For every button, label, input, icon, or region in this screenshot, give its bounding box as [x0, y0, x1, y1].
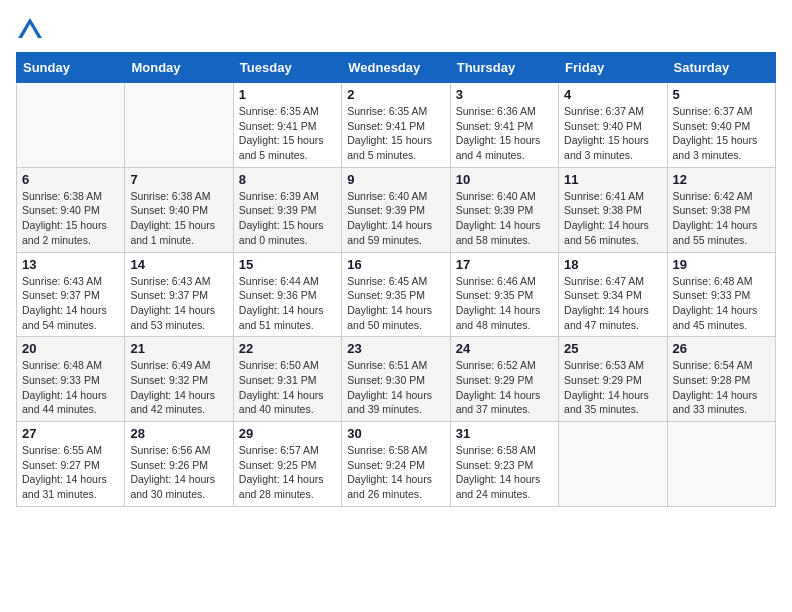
calendar-cell: 18Sunrise: 6:47 AM Sunset: 9:34 PM Dayli…	[559, 252, 667, 337]
day-number: 12	[673, 172, 770, 187]
calendar-cell: 7Sunrise: 6:38 AM Sunset: 9:40 PM Daylig…	[125, 167, 233, 252]
calendar-cell: 3Sunrise: 6:36 AM Sunset: 9:41 PM Daylig…	[450, 83, 558, 168]
calendar-cell: 1Sunrise: 6:35 AM Sunset: 9:41 PM Daylig…	[233, 83, 341, 168]
weekday-header: Thursday	[450, 53, 558, 83]
calendar-cell: 25Sunrise: 6:53 AM Sunset: 9:29 PM Dayli…	[559, 337, 667, 422]
day-number: 24	[456, 341, 553, 356]
day-number: 5	[673, 87, 770, 102]
day-number: 13	[22, 257, 119, 272]
calendar-cell: 20Sunrise: 6:48 AM Sunset: 9:33 PM Dayli…	[17, 337, 125, 422]
day-info: Sunrise: 6:58 AM Sunset: 9:24 PM Dayligh…	[347, 443, 444, 502]
calendar-week-row: 20Sunrise: 6:48 AM Sunset: 9:33 PM Dayli…	[17, 337, 776, 422]
calendar-cell: 31Sunrise: 6:58 AM Sunset: 9:23 PM Dayli…	[450, 422, 558, 507]
calendar-cell: 15Sunrise: 6:44 AM Sunset: 9:36 PM Dayli…	[233, 252, 341, 337]
day-number: 21	[130, 341, 227, 356]
weekday-header: Monday	[125, 53, 233, 83]
day-number: 22	[239, 341, 336, 356]
day-number: 16	[347, 257, 444, 272]
calendar-cell: 17Sunrise: 6:46 AM Sunset: 9:35 PM Dayli…	[450, 252, 558, 337]
calendar-week-row: 6Sunrise: 6:38 AM Sunset: 9:40 PM Daylig…	[17, 167, 776, 252]
day-info: Sunrise: 6:42 AM Sunset: 9:38 PM Dayligh…	[673, 189, 770, 248]
day-number: 25	[564, 341, 661, 356]
calendar-cell	[125, 83, 233, 168]
day-info: Sunrise: 6:49 AM Sunset: 9:32 PM Dayligh…	[130, 358, 227, 417]
calendar-cell: 5Sunrise: 6:37 AM Sunset: 9:40 PM Daylig…	[667, 83, 775, 168]
calendar-cell: 14Sunrise: 6:43 AM Sunset: 9:37 PM Dayli…	[125, 252, 233, 337]
calendar-cell: 19Sunrise: 6:48 AM Sunset: 9:33 PM Dayli…	[667, 252, 775, 337]
day-info: Sunrise: 6:54 AM Sunset: 9:28 PM Dayligh…	[673, 358, 770, 417]
calendar-cell: 4Sunrise: 6:37 AM Sunset: 9:40 PM Daylig…	[559, 83, 667, 168]
day-info: Sunrise: 6:40 AM Sunset: 9:39 PM Dayligh…	[347, 189, 444, 248]
calendar-cell: 22Sunrise: 6:50 AM Sunset: 9:31 PM Dayli…	[233, 337, 341, 422]
day-number: 11	[564, 172, 661, 187]
calendar-cell: 28Sunrise: 6:56 AM Sunset: 9:26 PM Dayli…	[125, 422, 233, 507]
calendar-cell: 29Sunrise: 6:57 AM Sunset: 9:25 PM Dayli…	[233, 422, 341, 507]
day-number: 18	[564, 257, 661, 272]
day-info: Sunrise: 6:52 AM Sunset: 9:29 PM Dayligh…	[456, 358, 553, 417]
calendar-cell: 2Sunrise: 6:35 AM Sunset: 9:41 PM Daylig…	[342, 83, 450, 168]
day-number: 1	[239, 87, 336, 102]
day-number: 27	[22, 426, 119, 441]
logo-icon	[16, 16, 44, 44]
day-number: 17	[456, 257, 553, 272]
calendar-cell	[17, 83, 125, 168]
day-number: 14	[130, 257, 227, 272]
calendar-cell: 27Sunrise: 6:55 AM Sunset: 9:27 PM Dayli…	[17, 422, 125, 507]
logo	[16, 16, 48, 44]
calendar-cell: 16Sunrise: 6:45 AM Sunset: 9:35 PM Dayli…	[342, 252, 450, 337]
day-info: Sunrise: 6:36 AM Sunset: 9:41 PM Dayligh…	[456, 104, 553, 163]
day-info: Sunrise: 6:40 AM Sunset: 9:39 PM Dayligh…	[456, 189, 553, 248]
day-number: 8	[239, 172, 336, 187]
day-info: Sunrise: 6:39 AM Sunset: 9:39 PM Dayligh…	[239, 189, 336, 248]
day-info: Sunrise: 6:48 AM Sunset: 9:33 PM Dayligh…	[22, 358, 119, 417]
day-info: Sunrise: 6:46 AM Sunset: 9:35 PM Dayligh…	[456, 274, 553, 333]
calendar-cell: 21Sunrise: 6:49 AM Sunset: 9:32 PM Dayli…	[125, 337, 233, 422]
day-info: Sunrise: 6:35 AM Sunset: 9:41 PM Dayligh…	[347, 104, 444, 163]
day-number: 10	[456, 172, 553, 187]
day-info: Sunrise: 6:58 AM Sunset: 9:23 PM Dayligh…	[456, 443, 553, 502]
weekday-header: Tuesday	[233, 53, 341, 83]
calendar-week-row: 13Sunrise: 6:43 AM Sunset: 9:37 PM Dayli…	[17, 252, 776, 337]
calendar-cell: 13Sunrise: 6:43 AM Sunset: 9:37 PM Dayli…	[17, 252, 125, 337]
day-number: 7	[130, 172, 227, 187]
day-number: 29	[239, 426, 336, 441]
day-number: 30	[347, 426, 444, 441]
day-info: Sunrise: 6:47 AM Sunset: 9:34 PM Dayligh…	[564, 274, 661, 333]
weekday-header-row: SundayMondayTuesdayWednesdayThursdayFrid…	[17, 53, 776, 83]
day-info: Sunrise: 6:53 AM Sunset: 9:29 PM Dayligh…	[564, 358, 661, 417]
day-number: 4	[564, 87, 661, 102]
calendar-cell: 12Sunrise: 6:42 AM Sunset: 9:38 PM Dayli…	[667, 167, 775, 252]
day-info: Sunrise: 6:50 AM Sunset: 9:31 PM Dayligh…	[239, 358, 336, 417]
calendar-cell: 10Sunrise: 6:40 AM Sunset: 9:39 PM Dayli…	[450, 167, 558, 252]
weekday-header: Sunday	[17, 53, 125, 83]
day-info: Sunrise: 6:37 AM Sunset: 9:40 PM Dayligh…	[564, 104, 661, 163]
day-number: 6	[22, 172, 119, 187]
day-number: 23	[347, 341, 444, 356]
calendar-cell: 9Sunrise: 6:40 AM Sunset: 9:39 PM Daylig…	[342, 167, 450, 252]
day-info: Sunrise: 6:38 AM Sunset: 9:40 PM Dayligh…	[130, 189, 227, 248]
day-info: Sunrise: 6:55 AM Sunset: 9:27 PM Dayligh…	[22, 443, 119, 502]
day-info: Sunrise: 6:44 AM Sunset: 9:36 PM Dayligh…	[239, 274, 336, 333]
day-info: Sunrise: 6:51 AM Sunset: 9:30 PM Dayligh…	[347, 358, 444, 417]
calendar-cell: 11Sunrise: 6:41 AM Sunset: 9:38 PM Dayli…	[559, 167, 667, 252]
day-number: 19	[673, 257, 770, 272]
day-info: Sunrise: 6:56 AM Sunset: 9:26 PM Dayligh…	[130, 443, 227, 502]
day-info: Sunrise: 6:37 AM Sunset: 9:40 PM Dayligh…	[673, 104, 770, 163]
calendar-cell: 23Sunrise: 6:51 AM Sunset: 9:30 PM Dayli…	[342, 337, 450, 422]
day-info: Sunrise: 6:43 AM Sunset: 9:37 PM Dayligh…	[130, 274, 227, 333]
calendar-cell	[667, 422, 775, 507]
calendar-table: SundayMondayTuesdayWednesdayThursdayFrid…	[16, 52, 776, 507]
day-number: 31	[456, 426, 553, 441]
calendar-week-row: 1Sunrise: 6:35 AM Sunset: 9:41 PM Daylig…	[17, 83, 776, 168]
day-info: Sunrise: 6:38 AM Sunset: 9:40 PM Dayligh…	[22, 189, 119, 248]
day-number: 28	[130, 426, 227, 441]
day-info: Sunrise: 6:45 AM Sunset: 9:35 PM Dayligh…	[347, 274, 444, 333]
day-number: 15	[239, 257, 336, 272]
weekday-header: Wednesday	[342, 53, 450, 83]
calendar-cell: 8Sunrise: 6:39 AM Sunset: 9:39 PM Daylig…	[233, 167, 341, 252]
day-info: Sunrise: 6:57 AM Sunset: 9:25 PM Dayligh…	[239, 443, 336, 502]
page-header	[16, 16, 776, 44]
day-info: Sunrise: 6:43 AM Sunset: 9:37 PM Dayligh…	[22, 274, 119, 333]
day-number: 9	[347, 172, 444, 187]
calendar-cell: 26Sunrise: 6:54 AM Sunset: 9:28 PM Dayli…	[667, 337, 775, 422]
